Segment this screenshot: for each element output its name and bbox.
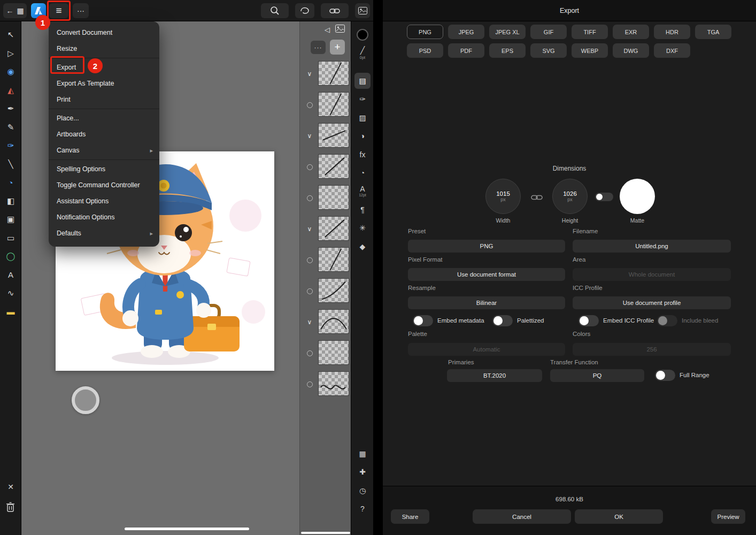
chevron-down-icon[interactable]: ∨ xyxy=(304,131,315,141)
character-panel[interactable]: A12pt xyxy=(354,183,371,199)
pixel-format-select[interactable]: Use document format xyxy=(408,268,565,281)
format-button-svg[interactable]: SVG xyxy=(530,43,567,58)
color-swatch[interactable] xyxy=(357,29,368,41)
layers-more-button[interactable]: ··· xyxy=(311,41,326,54)
transform-tool[interactable]: ◉ xyxy=(2,63,20,81)
menu-item-canvas[interactable]: Canvas▸ xyxy=(49,142,159,158)
layer-thumbnail[interactable] xyxy=(318,278,349,303)
layer-state-icon[interactable] xyxy=(304,255,315,265)
icc-profile-select[interactable]: Use document profile xyxy=(573,296,731,309)
menu-item-assistant-options[interactable]: Assistant Options xyxy=(49,193,159,209)
layer-thumbnail[interactable] xyxy=(318,340,349,365)
layer-thumbnail[interactable] xyxy=(318,309,349,334)
layer-thumbnail[interactable] xyxy=(318,92,349,117)
layer-state-icon[interactable] xyxy=(304,379,315,389)
history-panel[interactable]: ◷ xyxy=(354,483,371,499)
format-button-dwg[interactable]: DWG xyxy=(613,43,649,58)
chevron-down-icon[interactable]: ∨ xyxy=(304,224,315,234)
adjustments-panel[interactable]: ◑ xyxy=(354,128,371,144)
text-tool[interactable]: A xyxy=(2,266,20,285)
tone-panel[interactable]: ◔ xyxy=(354,165,371,181)
format-button-tga[interactable]: TGA xyxy=(695,25,731,39)
panel-collapse-icon[interactable]: ◁ xyxy=(325,26,330,34)
stroke-width-control[interactable]: ╱ 0pt xyxy=(351,46,373,60)
transform-panel[interactable]: ▦ xyxy=(354,446,371,462)
layer-state-icon[interactable] xyxy=(304,100,315,110)
layer-state-icon[interactable] xyxy=(304,193,315,203)
navigator-panel[interactable]: ✚ xyxy=(354,464,371,480)
ruler-tool[interactable]: ▬ xyxy=(2,303,20,322)
format-button-exr[interactable]: EXR xyxy=(613,25,649,39)
layer-state-icon[interactable] xyxy=(304,286,315,296)
format-button-png[interactable]: PNG xyxy=(407,25,443,39)
layer-state-icon[interactable] xyxy=(304,162,315,172)
glyphs-panel[interactable]: ✳ xyxy=(354,220,371,236)
effects-panel[interactable]: fx xyxy=(354,147,371,163)
media-browser-button[interactable] xyxy=(355,3,370,18)
help-button[interactable]: ? xyxy=(354,501,371,517)
brushes-panel[interactable]: ✑ xyxy=(354,91,371,107)
layer-thumbnail[interactable] xyxy=(318,154,349,179)
pen-tool[interactable]: ✒ xyxy=(2,100,20,118)
selection-assistant-button[interactable] xyxy=(295,3,314,18)
menu-item-notification-options[interactable]: Notification Options xyxy=(49,209,159,225)
layers-panel[interactable]: ▤ xyxy=(354,73,371,89)
add-layer-button[interactable]: + xyxy=(330,40,345,55)
media-thumbnail-icon[interactable] xyxy=(335,25,345,34)
chevron-down-icon[interactable]: ∨ xyxy=(304,317,315,327)
zoom-tool-button[interactable] xyxy=(261,3,289,18)
layer-thumbnail[interactable] xyxy=(318,61,349,86)
preset-select[interactable]: PNG xyxy=(408,240,565,253)
menu-item-print[interactable]: Print xyxy=(49,91,159,108)
format-button-pdf[interactable]: PDF xyxy=(448,43,484,58)
flood-fill-tool[interactable]: ◔ xyxy=(2,173,20,192)
width-knob[interactable]: 1015 px xyxy=(485,179,521,214)
embed-metadata-toggle[interactable] xyxy=(413,315,433,326)
node-tool[interactable]: ▷ xyxy=(2,44,20,63)
format-button-gif[interactable]: GIF xyxy=(530,25,567,39)
format-button-psd[interactable]: PSD xyxy=(407,43,443,58)
layer-thumbnail[interactable] xyxy=(318,371,349,396)
palettized-toggle[interactable] xyxy=(492,315,513,326)
menu-item-export-as-template[interactable]: Export As Template xyxy=(49,75,159,91)
rectangle-tool[interactable]: ▭ xyxy=(2,229,20,248)
menu-item-artboards[interactable]: Artboards xyxy=(49,126,159,142)
back-gallery-button[interactable]: ← ▦ xyxy=(3,3,27,18)
height-knob[interactable]: 1026 px xyxy=(552,179,588,214)
layer-thumbnail[interactable] xyxy=(318,123,349,148)
paragraph-panel[interactable]: ¶ xyxy=(354,202,371,218)
navigator-knob[interactable] xyxy=(72,386,99,414)
chevron-down-icon[interactable]: ∨ xyxy=(304,68,315,79)
menu-item-place-[interactable]: Place... xyxy=(49,110,159,126)
lock-aspect-button[interactable] xyxy=(531,193,543,203)
color-picker-tool[interactable]: ╲ xyxy=(2,155,20,174)
paint-brush-tool[interactable]: ✑ xyxy=(2,136,20,155)
format-button-tiff[interactable]: TIFF xyxy=(572,25,608,39)
transfer-function-select[interactable]: PQ xyxy=(550,369,644,382)
stock-panel[interactable]: ◆ xyxy=(354,239,371,255)
format-button-jpeg-xl[interactable]: JPEG XL xyxy=(489,25,526,39)
layer-thumbnail[interactable] xyxy=(318,216,349,241)
menu-item-spelling-options[interactable]: Spelling Options xyxy=(49,161,159,177)
cancel-button[interactable]: Cancel xyxy=(473,509,571,524)
embed-icc-toggle[interactable] xyxy=(578,315,599,326)
full-range-toggle[interactable] xyxy=(655,370,675,381)
ellipse-tool[interactable]: ◯ xyxy=(2,247,20,266)
hyperlink-button[interactable] xyxy=(321,3,349,18)
canvas-horizontal-scrollbar[interactable] xyxy=(125,528,249,530)
resample-select[interactable]: Bilinear xyxy=(408,296,565,309)
filename-field[interactable]: Untitled.png xyxy=(573,240,731,253)
primaries-select[interactable]: BT.2020 xyxy=(447,369,542,382)
layer-state-icon[interactable] xyxy=(304,348,315,358)
layers-scrollbar[interactable] xyxy=(301,532,350,534)
share-button[interactable]: Share xyxy=(391,509,429,524)
format-button-webp[interactable]: WEBP xyxy=(572,43,608,58)
layer-thumbnail[interactable] xyxy=(318,247,349,272)
crop-tool[interactable]: ▣ xyxy=(2,210,20,229)
move-tool[interactable]: ↖ xyxy=(2,26,20,44)
matte-toggle[interactable] xyxy=(595,193,613,201)
marker-tool[interactable]: ◭ xyxy=(2,81,20,100)
preview-button[interactable]: Preview xyxy=(711,509,745,524)
menu-item-resize[interactable]: Resize xyxy=(49,41,159,57)
menu-item-defaults[interactable]: Defaults▸ xyxy=(49,225,159,241)
